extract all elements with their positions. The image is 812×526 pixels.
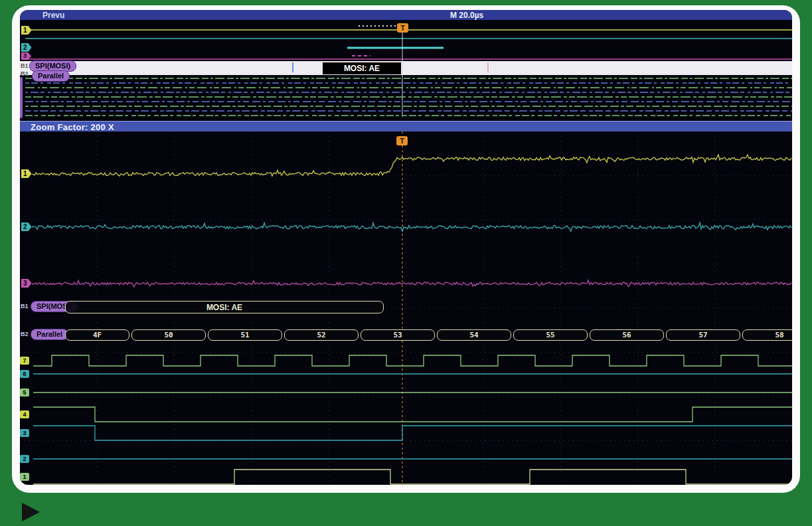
zoom-bus2-label: B2 [21, 331, 29, 337]
overview-channel2-badge[interactable]: 2 [21, 43, 32, 52]
parallel-bus-value-box: 57 [666, 329, 740, 341]
overview-channel3-badge[interactable]: 3 [21, 52, 31, 60]
acquisition-topbar: Prevu M 20.0µs [20, 10, 792, 20]
parallel-bus-value-box: 4F [65, 329, 129, 341]
digital-channel-badge-4[interactable]: 4 [20, 410, 29, 418]
zoom-trigger-flag[interactable]: T [396, 136, 408, 145]
zoom-channel3-badge[interactable]: 3 [21, 279, 32, 288]
overview-channel1-badge[interactable]: 1 [21, 26, 32, 35]
oscilloscope-screen: Prevu M 20.0µs 1 2 3 B1 B2 SPI(MOSI) Par… [20, 10, 792, 485]
digital-channel-badge-1[interactable]: 1 [20, 473, 29, 481]
parallel-bus-value-box: 53 [361, 329, 435, 341]
parallel-bus-value-box: 55 [513, 329, 588, 341]
overview-trigger-flag[interactable]: T [397, 23, 408, 33]
screenshot-card: Prevu M 20.0µs 1 2 3 B1 B2 SPI(MOSI) Par… [12, 5, 800, 493]
timebase-readout[interactable]: M 20.0µs [450, 11, 483, 20]
bus-white-band [20, 61, 792, 75]
zoom-factor-bar: Zoom Factor: 200 X [20, 121, 792, 132]
parallel-bus-value-box: 54 [437, 329, 511, 341]
zoom-mosi-decode-box: MOSI: AE [65, 301, 384, 313]
overview-bus2-label: B2 [21, 70, 29, 77]
parallel-bus-value-box: 50 [131, 329, 206, 341]
overview-digital-bracket [20, 77, 23, 118]
parallel-bus-value-box: 51 [208, 329, 282, 341]
overview-parallel-bus-badge[interactable]: Parallel [32, 70, 70, 82]
digital-channel-badge-3[interactable]: 3 [20, 429, 29, 437]
digital-channel-badge-7[interactable]: 7 [20, 357, 29, 365]
digital-channel-badge-6[interactable]: 6 [20, 370, 29, 378]
parallel-bus-value-box: 56 [590, 329, 664, 341]
digital-channel-badge-2[interactable]: 2 [20, 455, 29, 463]
slide-bullet-arrow [22, 503, 40, 521]
zoom-channel1-badge[interactable]: 1 [21, 169, 32, 178]
overview-bus1-label: B1 [21, 62, 29, 69]
zoom-bus1-label: B1 [21, 303, 29, 309]
zoom-channel2-badge[interactable]: 2 [21, 222, 32, 231]
overview-mosi-decode-value: MOSI: AE [322, 62, 402, 75]
acquisition-status: Prevu [42, 11, 64, 20]
parallel-bus-value-box: 52 [284, 329, 359, 341]
parallel-bus-value-box: 58 [742, 329, 792, 341]
zoom-factor-label: Zoom Factor: 200 X [31, 122, 114, 132]
zoom-parallel-bus-badge[interactable]: Parallel [31, 329, 68, 340]
digital-channel-badge-5[interactable]: 5 [20, 389, 29, 396]
